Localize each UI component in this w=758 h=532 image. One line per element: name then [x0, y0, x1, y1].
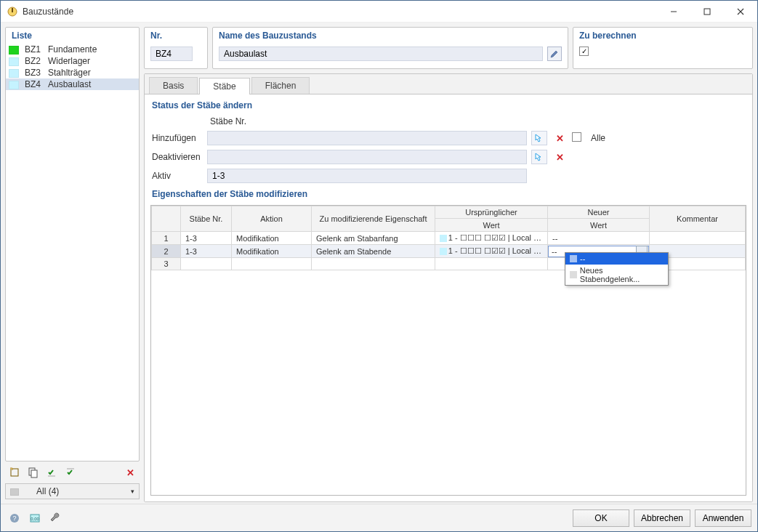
list-item-label: Ausbaulast: [45, 78, 139, 90]
clear-deact-button[interactable]: ✕: [552, 150, 568, 164]
ok-button[interactable]: OK: [573, 509, 629, 527]
maximize-button[interactable]: [690, 1, 724, 23]
calc-group: Zu berechnen: [573, 27, 753, 69]
staebe-nr-header: Stäbe Nr.: [207, 116, 527, 126]
tabs-container: Basis Stäbe Flächen Status der Stäbe änd…: [144, 73, 753, 502]
check-list-icon: [47, 467, 58, 478]
nr-label: Nr.: [145, 28, 207, 44]
calc-checkbox[interactable]: [579, 47, 589, 56]
mod-section-title: Eigenschaften der Stäbe modifizieren: [150, 189, 746, 199]
right-panel: Nr. Name des Bauzustands: [144, 27, 753, 502]
cell-aktion[interactable]: Modifikation: [232, 232, 312, 245]
cell-neu[interactable]: --: [548, 232, 650, 245]
list-item[interactable]: BZ2 Widerlager: [6, 55, 139, 67]
calc-label: Zu berechnen: [573, 28, 752, 44]
dialog-window: Bauzustände Liste: [0, 0, 758, 532]
col-eigenschaft: Zu modifizierende Eigenschaft: [312, 206, 435, 232]
add-input[interactable]: [207, 131, 527, 145]
filter-swatch-icon: [10, 486, 19, 496]
apply-all-button[interactable]: [44, 464, 60, 480]
apply-button[interactable]: Anwenden: [695, 509, 751, 527]
dropdown-option[interactable]: --: [565, 253, 668, 265]
copy-button[interactable]: [25, 464, 41, 480]
help-button[interactable]: ?: [7, 510, 23, 526]
new-icon: [9, 467, 20, 478]
list-item[interactable]: BZ3 Stahlträger: [6, 67, 139, 78]
svg-rect-8: [31, 470, 37, 477]
option-swatch-icon: [570, 271, 577, 278]
row-number: 1: [152, 232, 181, 245]
cell-staebe[interactable]: [181, 258, 232, 270]
cell-staebe[interactable]: 1-3: [181, 232, 232, 245]
minimize-button[interactable]: [657, 1, 690, 23]
col-neu-bot: Wert: [548, 219, 650, 232]
new-button[interactable]: [7, 464, 23, 480]
table-row[interactable]: 1 1-3 Modifikation Gelenk am Stabanfang …: [152, 232, 746, 245]
wrench-icon: [49, 512, 61, 524]
col-aktion: Aktion: [232, 206, 312, 232]
cell-kommentar[interactable]: [650, 232, 746, 245]
color-swatch-icon: [9, 81, 19, 89]
copy-icon: [28, 467, 39, 478]
clear-icon: ✕: [556, 152, 564, 163]
nr-input[interactable]: [150, 47, 193, 61]
cell-orig: [435, 258, 548, 270]
color-swatch-icon: [440, 235, 447, 242]
cancel-button[interactable]: Abbrechen: [634, 509, 690, 527]
cell-eigenschaft[interactable]: [312, 258, 435, 270]
name-input[interactable]: [219, 47, 543, 61]
filter-select[interactable]: All (4) ▾: [5, 483, 140, 499]
tab-bar: Basis Stäbe Flächen: [145, 74, 752, 94]
pick-deact-button[interactable]: [531, 150, 547, 164]
tab-staebe[interactable]: Stäbe: [199, 78, 249, 94]
list-header: Liste: [6, 28, 139, 44]
dialog-footer: ? 0,00 OK Abbrechen Anwenden: [1, 504, 757, 531]
settings-button[interactable]: [47, 510, 63, 526]
list-item[interactable]: BZ1 Fundamente: [6, 44, 139, 55]
name-group: Name des Bauzustands: [212, 27, 568, 69]
main-area: Liste BZ1 Fundamente BZ2: [1, 23, 757, 504]
list-group: Liste BZ1 Fundamente BZ2: [5, 27, 140, 462]
delete-icon: ✕: [126, 467, 134, 478]
list-item-nr: BZ3: [22, 67, 45, 78]
uncheck-all-button[interactable]: [63, 464, 79, 480]
svg-rect-1: [12, 8, 13, 12]
neu-wert-dropdown[interactable]: -- Neues Stabendgelenk...: [565, 252, 669, 286]
rename-button[interactable]: [547, 47, 562, 61]
option-label: --: [580, 254, 585, 263]
app-icon: [7, 6, 18, 17]
deactivate-input[interactable]: [207, 150, 527, 164]
units-button[interactable]: 0,00: [27, 510, 43, 526]
tab-basis[interactable]: Basis: [149, 77, 198, 94]
header-groups: Nr. Name des Bauzustands: [144, 27, 753, 69]
list-item-label: Widerlager: [45, 55, 139, 67]
cell-aktion[interactable]: Modifikation: [232, 245, 312, 258]
delete-button[interactable]: ✕: [122, 464, 138, 480]
option-label: Neues Stabendgelenk...: [580, 266, 664, 283]
orig-text: 1 - ☐☐☐ ☐☑☑ | Local xyz: [448, 233, 543, 243]
status-section-title: Status der Stäbe ändern: [150, 100, 746, 110]
list-toolbar: ✕: [5, 462, 140, 483]
all-checkbox[interactable]: [572, 132, 581, 142]
svg-text:0,00: 0,00: [31, 517, 39, 521]
pick-add-button[interactable]: [531, 131, 547, 145]
dropdown-option[interactable]: Neues Stabendgelenk...: [565, 265, 668, 285]
list-item-nr: BZ4: [22, 78, 45, 90]
tab-flaechen[interactable]: Flächen: [251, 77, 310, 94]
clear-add-button[interactable]: ✕: [552, 131, 568, 145]
cursor-pick-icon: [534, 152, 544, 162]
cell-eigenschaft[interactable]: Gelenk am Stabende: [312, 245, 435, 258]
nr-group: Nr.: [144, 27, 208, 69]
cell-aktion[interactable]: [232, 258, 312, 270]
row-number: 2: [152, 245, 181, 258]
cell-eigenschaft[interactable]: Gelenk am Stabanfang: [312, 232, 435, 245]
svg-rect-10: [67, 468, 74, 469]
orig-text: 1 - ☐☐☐ ☐☑☑ | Local xyz: [448, 246, 543, 256]
close-button[interactable]: [724, 1, 757, 23]
bauzustand-list[interactable]: BZ1 Fundamente BZ2 Widerlager BZ3: [6, 44, 139, 90]
cell-staebe[interactable]: 1-3: [181, 245, 232, 258]
name-label: Name des Bauzustands: [213, 28, 568, 44]
all-label: Alle: [591, 133, 649, 143]
clear-icon: ✕: [556, 133, 564, 144]
list-item[interactable]: BZ4 Ausbaulast: [6, 78, 139, 90]
